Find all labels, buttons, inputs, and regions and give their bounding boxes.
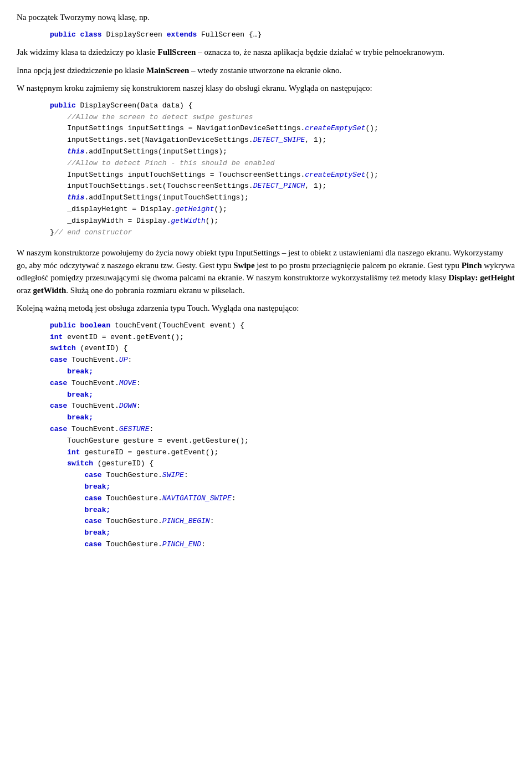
para4-bold4: getWidth — [33, 286, 66, 295]
touch-line-13: case TouchEvent.GESTURE: — [50, 424, 515, 435]
class-declaration: public class DisplayScreen extends FullS… — [50, 29, 515, 41]
code-line-12: }// end constructor — [50, 227, 515, 239]
code-line-2: //Allow the screen to detect swipe gestu… — [50, 112, 515, 124]
intro-heading: Na początek Tworzymy nową klasę, np. — [17, 11, 515, 24]
touch-line-26: case TouchGesture.PINCH_END: — [50, 539, 515, 551]
code-line-6: //Allow to detect Pinch - this should be… — [50, 158, 515, 170]
code-line-9: this.addInputSettings(inputTouchSettings… — [50, 192, 515, 204]
touch-line-17: case TouchGesture.SWIPE: — [50, 470, 515, 481]
touch-line-25: break; — [50, 527, 515, 539]
touch-line-4: case TouchEvent.UP: — [50, 355, 515, 366]
para4-bold1: Swipe — [233, 261, 254, 270]
code-line-4: inputSettings.set(NavigationDeviceSettin… — [50, 135, 515, 146]
page-content: Na początek Tworzymy nową klasę, np. pub… — [17, 11, 515, 551]
touch-line-2: int eventID = event.getEvent(); — [50, 332, 515, 343]
keyword-extends: extends — [167, 30, 201, 39]
code-line-7: InputSettings inputTouchSettings = Touch… — [50, 170, 515, 181]
keyword-public: public — [50, 30, 80, 39]
touch-line-7: case TouchEvent.MOVE: — [50, 378, 515, 389]
code-line-3: InputSettings inputSettings = Navigation… — [50, 123, 515, 135]
para4-mid3: oraz — [17, 286, 33, 295]
touch-line-19: break; — [50, 481, 515, 493]
para2-bold: MainScreen — [146, 66, 189, 75]
code-line-11: _displayWidth = Display.getWidth(); — [50, 216, 515, 227]
touch-line-1: public boolean touchEvent(TouchEvent eve… — [50, 320, 515, 332]
touch-line-20: case TouchGesture.NAVIGATION_SWIPE: — [50, 493, 515, 505]
code-line-5: this.addInputSettings(inputSettings); — [50, 146, 515, 158]
para5: Kolejną ważną metodą jest obsługa zdarze… — [17, 302, 515, 315]
touch-line-16: switch (gestureID) { — [50, 458, 515, 470]
para1: Jak widzimy klasa ta dziedziczy po klasi… — [17, 46, 515, 59]
code-line-1: public DisplayScreen(Data data) { — [50, 100, 515, 112]
touch-line-9: break; — [50, 389, 515, 401]
parent-class: FullScreen {…} — [201, 30, 262, 39]
para3: W następnym kroku zajmiemy się konstrukt… — [17, 82, 515, 95]
touch-line-22: break; — [50, 505, 515, 516]
touch-line-3: switch (eventID) { — [50, 343, 515, 355]
para2: Inna opcją jest dziedziczenie po klasie … — [17, 64, 515, 77]
para1-bold: FullScreen — [158, 48, 196, 57]
keyword-class: class — [80, 30, 106, 39]
touch-line-15: int gestureID = gesture.getEvent(); — [50, 447, 515, 459]
para4-bold3: Display: getHeight — [448, 273, 515, 282]
para4-bold2: Pinch — [462, 261, 482, 270]
para1-rest: – oznacza to, że nasza aplikacja będzie … — [196, 48, 444, 57]
constructor-code-block: public DisplayScreen(Data data) { //Allo… — [50, 100, 515, 239]
touch-code-block: public boolean touchEvent(TouchEvent eve… — [50, 320, 515, 551]
para2-text: Inna opcją jest dziedziczenie po klasie — [17, 66, 146, 75]
touch-line-6: break; — [50, 366, 515, 378]
touch-line-10: case TouchEvent.DOWN: — [50, 401, 515, 412]
code-line-10: _displayHeight = Display.getHeight(); — [50, 204, 515, 216]
para4: W naszym konstruktorze powołujemy do życ… — [17, 247, 515, 296]
class-name: DisplayScreen — [106, 30, 166, 39]
touch-line-14: TouchGesture gesture = event.getGesture(… — [50, 435, 515, 447]
para1-text: Jak widzimy klasa ta dziedziczy po klasi… — [17, 48, 158, 57]
touch-line-12: break; — [50, 412, 515, 424]
code-line-8: inputTouchSettings.set(TouchscreenSettin… — [50, 181, 515, 192]
para2-rest: – wtedy zostanie utworzone na ekranie ok… — [189, 66, 341, 75]
touch-line-23: case TouchGesture.PINCH_BEGIN: — [50, 516, 515, 527]
para4-mid: jest to po prostu przeciągnięcie palcem … — [255, 261, 462, 270]
para4-end: . Służą one do pobrania rozmiaru ekranu … — [66, 286, 244, 295]
